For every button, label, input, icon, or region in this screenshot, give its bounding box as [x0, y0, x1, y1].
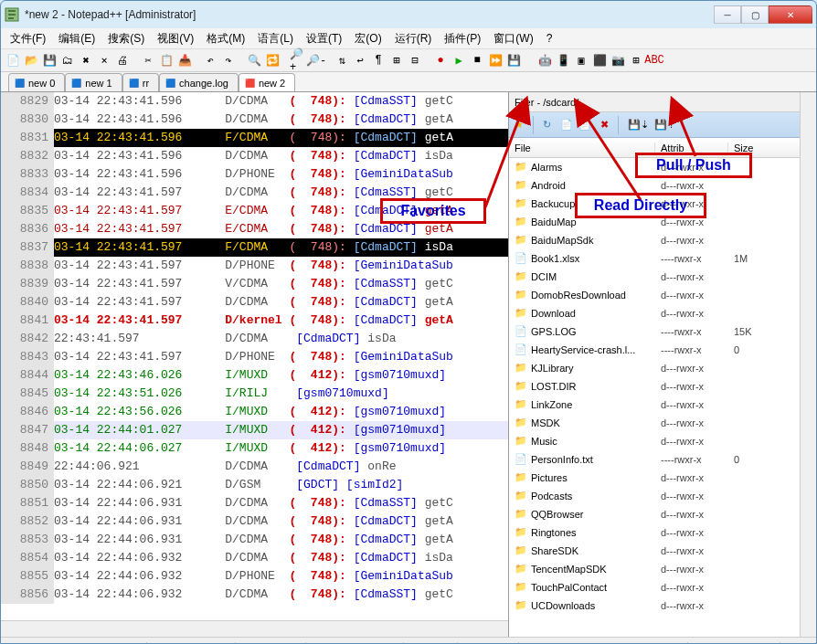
multi-play-icon[interactable]: ⏩: [487, 52, 504, 69]
code-line[interactable]: 03-14 22:44:06.931 D/CDMA ( 748): [CdmaD…: [54, 531, 508, 549]
menu-item[interactable]: 插件(P): [439, 29, 486, 48]
push-icon[interactable]: 💾⇡: [654, 119, 675, 131]
menu-item[interactable]: 语言(L): [252, 29, 299, 48]
file-row[interactable]: 📁MSDKd---rwxr-x: [509, 414, 816, 432]
file-row[interactable]: 📁Androidd---rwxr-x: [509, 176, 816, 195]
close-all-icon[interactable]: ⨯: [96, 52, 112, 69]
open-file-icon[interactable]: 📂: [23, 52, 39, 69]
menu-item[interactable]: 编辑(E): [53, 29, 101, 48]
undo-icon[interactable]: ↶: [202, 52, 218, 69]
editor-text-area[interactable]: 03-14 22:43:41.596 D/CDMA ( 748): [CdmaS…: [54, 92, 508, 604]
save-macro-icon[interactable]: 💾: [505, 52, 522, 69]
favorite-icon[interactable]: ★: [515, 119, 524, 131]
code-line[interactable]: 03-14 22:43:41.597 D/PHONE ( 748): [Gemi…: [54, 348, 508, 366]
file-row[interactable]: 📁QQBrowserd---rwxr-x: [509, 505, 816, 523]
hex-icon[interactable]: ⊞: [628, 52, 644, 69]
refresh-icon[interactable]: ↻: [543, 119, 551, 131]
menu-item[interactable]: 运行(R): [389, 29, 438, 48]
code-line[interactable]: 03-14 22:43:41.597 D/kernel ( 748): [Cdm…: [54, 311, 508, 330]
file-row[interactable]: 📄GPS.LOG----rwxr-x15K: [509, 322, 816, 341]
play-macro-icon[interactable]: ▶: [451, 52, 467, 69]
code-line[interactable]: 03-14 22:43:41.596 F/CDMA ( 748): [CdmaD…: [54, 129, 508, 147]
code-line[interactable]: 03-14 22:43:41.597 V/CDMA ( 748): [CdmaS…: [54, 275, 508, 293]
tab[interactable]: 🟦new 0: [8, 73, 65, 91]
code-line[interactable]: 03-14 22:43:51.026 I/RILJ [gsm0710muxd]: [54, 385, 508, 403]
record-macro-icon[interactable]: ●: [432, 52, 449, 69]
cut-icon[interactable]: ✂: [140, 52, 156, 69]
code-line[interactable]: 03-14 22:44:06.932 D/CDMA ( 748): [CdmaS…: [54, 586, 508, 604]
menu-item[interactable]: 视图(V): [152, 29, 199, 48]
redo-icon[interactable]: ↷: [220, 52, 237, 69]
code-line[interactable]: 03-14 22:43:41.597 F/CDMA ( 748): [CdmaD…: [54, 238, 508, 257]
code-line[interactable]: 03-14 22:44:01.027 I/MUXD ( 412): [gsm07…: [54, 421, 508, 439]
spellcheck-icon[interactable]: ABC: [646, 52, 663, 69]
fold-icon[interactable]: ⊟: [407, 52, 423, 69]
menu-item[interactable]: 文件(F): [5, 29, 51, 48]
file-row[interactable]: 📁BaiduMapSdkd---rwxr-x: [509, 231, 816, 249]
file-row[interactable]: 📄PersonInfo.txt----rwxr-x0: [509, 450, 816, 469]
copy-icon[interactable]: 📋: [158, 52, 175, 69]
open-direct2-icon[interactable]: 📄: [578, 119, 591, 131]
code-line[interactable]: 03-14 22:44:06.921 D/GSM [GDCT] [simId2]: [54, 476, 508, 494]
save-all-icon[interactable]: 🗂: [59, 52, 76, 69]
tab[interactable]: 🟥new 2: [239, 73, 295, 91]
menu-item[interactable]: 搜索(S): [102, 29, 150, 48]
filer-list[interactable]: 📁Alarmsd---rwxr-x📁Androidd---rwxr-x📁Back…: [509, 158, 816, 618]
file-row[interactable]: 📁TencentMapSDKd---rwxr-x: [509, 560, 816, 578]
save-icon[interactable]: 💾: [41, 52, 58, 69]
menu-item[interactable]: 窗口(W): [488, 29, 538, 48]
code-line[interactable]: 03-14 22:44:06.027 I/MUXD ( 412): [gsm07…: [54, 439, 508, 458]
close-file-icon[interactable]: ✖: [78, 52, 94, 69]
code-line[interactable]: 03-14 22:43:41.596 D/PHONE ( 748): [Gemi…: [54, 165, 508, 184]
indent-guide-icon[interactable]: ⊞: [388, 52, 405, 69]
code-line[interactable]: 03-14 22:43:56.026 I/MUXD ( 412): [gsm07…: [54, 403, 508, 421]
code-line[interactable]: 03-14 22:44:06.931 D/CDMA ( 748): [CdmaS…: [54, 494, 508, 512]
code-line[interactable]: 22:43:41.597 D/CDMA [CdmaDCT] isDa: [54, 330, 508, 348]
cmd-icon[interactable]: ⬛: [591, 52, 608, 69]
menu-item[interactable]: 设置(T): [301, 29, 347, 48]
code-line[interactable]: 03-14 22:43:41.596 D/CDMA ( 748): [CdmaD…: [54, 111, 508, 129]
invisible-chars-icon[interactable]: ¶: [370, 52, 387, 69]
file-row[interactable]: 📁Picturesd---rwxr-x: [509, 469, 816, 487]
paste-icon[interactable]: 📥: [176, 52, 193, 69]
file-row[interactable]: 📁DomobResDownloadd---rwxr-x: [509, 286, 816, 304]
new-file-icon[interactable]: 📄: [5, 52, 21, 69]
col-file[interactable]: File: [509, 143, 655, 153]
wrap-icon[interactable]: ↩: [352, 52, 368, 69]
code-line[interactable]: 03-14 22:44:06.932 D/PHONE ( 748): [Gemi…: [54, 567, 508, 586]
file-row[interactable]: 📄Book1.xlsx----rwxr-x1M: [509, 249, 816, 268]
shell-icon[interactable]: ▣: [573, 52, 589, 69]
pull-icon[interactable]: 💾⇣: [628, 119, 649, 131]
file-row[interactable]: 📁UCDownloadsd---rwxr-x: [509, 596, 816, 615]
file-row[interactable]: 📁LinkZoned---rwxr-x: [509, 396, 816, 414]
file-row[interactable]: 📁TouchPalContactd---rwxr-x: [509, 578, 816, 596]
file-row[interactable]: 📁Podcastsd---rwxr-x: [509, 487, 816, 505]
android-icon[interactable]: 🤖: [536, 52, 553, 69]
code-line[interactable]: 03-14 22:44:06.931 D/CDMA ( 748): [CdmaD…: [54, 512, 508, 531]
file-row[interactable]: 📁KJLibraryd---rwxr-x: [509, 359, 816, 377]
minimize-button[interactable]: ─: [714, 5, 741, 24]
file-row[interactable]: 📁Ringtonesd---rwxr-x: [509, 523, 816, 542]
tab[interactable]: 🟦rr: [122, 73, 159, 91]
open-direct-icon[interactable]: 📄: [560, 119, 573, 131]
code-line[interactable]: 03-14 22:44:06.932 D/CDMA ( 748): [CdmaD…: [54, 549, 508, 567]
code-line[interactable]: 03-14 22:43:41.596 D/CDMA ( 748): [CdmaS…: [54, 92, 508, 111]
col-attr[interactable]: Attrib: [655, 143, 728, 153]
menu-item[interactable]: ?: [541, 30, 558, 47]
find-icon[interactable]: 🔍: [246, 52, 262, 69]
code-line[interactable]: 22:44:06.921 D/CDMA [CdmaDCT] onRe: [54, 458, 508, 476]
menu-item[interactable]: 格式(M): [201, 29, 250, 48]
code-line[interactable]: 03-14 22:43:41.597 D/CDMA ( 748): [CdmaD…: [54, 293, 508, 311]
close-button[interactable]: ✕: [769, 5, 812, 24]
horizontal-scrollbar[interactable]: [1, 620, 508, 637]
code-line[interactable]: 03-14 22:43:41.597 D/PHONE ( 748): [Gemi…: [54, 257, 508, 275]
delete-icon[interactable]: ✖: [600, 119, 609, 131]
tab[interactable]: 🟦new 1: [65, 73, 122, 91]
capture-icon[interactable]: 📷: [610, 52, 626, 69]
stop-macro-icon[interactable]: ■: [469, 52, 485, 69]
zoom-out-icon[interactable]: 🔎-: [308, 52, 324, 69]
code-line[interactable]: 03-14 22:43:46.026 I/MUXD ( 412): [gsm07…: [54, 366, 508, 385]
file-row[interactable]: 📁DCIMd---rwxr-x: [509, 268, 816, 286]
replace-icon[interactable]: 🔁: [264, 52, 281, 69]
tab[interactable]: 🟦change.log: [159, 73, 239, 91]
